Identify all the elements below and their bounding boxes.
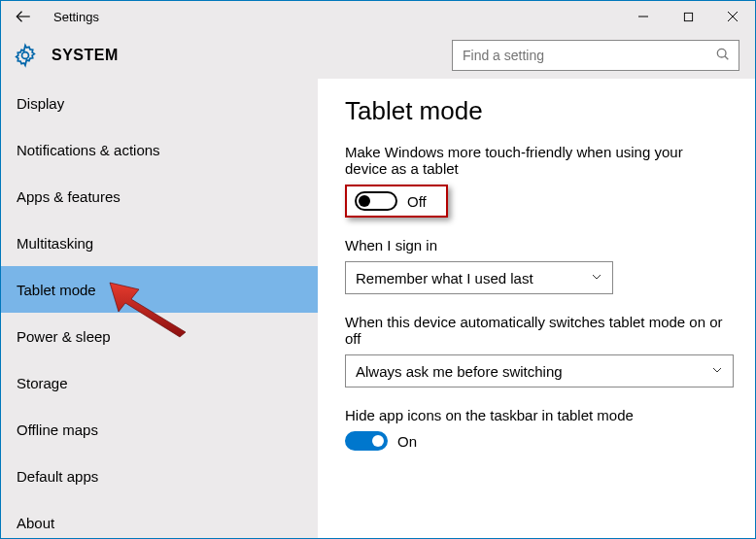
sidebar-item-label: Default apps [17,468,98,485]
svg-point-5 [22,52,29,59]
sidebar-item-about[interactable]: About [1,499,318,539]
chevron-down-icon [591,270,602,286]
back-button[interactable] [9,2,38,31]
close-button[interactable] [710,1,755,32]
touch-friendly-toggle[interactable] [355,191,397,211]
search-input[interactable] [461,47,715,64]
sidebar-item-defaultapps[interactable]: Default apps [1,453,318,499]
window-controls [621,1,755,32]
sidebar-item-power[interactable]: Power & sleep [1,313,318,359]
svg-line-7 [725,56,728,59]
hideicons-toggle-row: On [345,431,728,451]
touch-friendly-description: Make Windows more touch-friendly when us… [345,144,728,177]
signin-label: When I sign in [345,237,728,253]
switch-label: When this device automatically switches … [345,314,728,347]
chevron-down-icon [711,363,723,379]
body: Display Notifications & actions Apps & f… [1,79,755,538]
sidebar-item-label: About [17,515,54,531]
settings-window: Settings SYSTEM [0,0,756,539]
sidebar-item-label: Storage [17,375,68,391]
sidebar-item-label: Tablet mode [17,282,96,298]
sidebar: Display Notifications & actions Apps & f… [1,79,318,538]
sidebar-item-label: Notifications & actions [17,142,160,158]
hideicons-toggle-state: On [397,433,417,450]
sidebar-item-notifications[interactable]: Notifications & actions [1,126,318,173]
minimize-button[interactable] [621,1,666,32]
category-title: SYSTEM [52,47,119,64]
touch-toggle-highlight: Off [345,185,448,218]
sidebar-item-offlinemaps[interactable]: Offline maps [1,406,318,453]
signin-dropdown[interactable]: Remember what I used last [345,261,613,294]
hideicons-label: Hide app icons on the taskbar in tablet … [345,407,728,423]
sidebar-item-display[interactable]: Display [1,80,318,126]
switch-dropdown[interactable]: Always ask me before switching [345,354,734,387]
sidebar-item-label: Power & sleep [17,328,111,345]
svg-rect-2 [684,13,692,20]
sidebar-item-label: Multitasking [17,235,93,252]
arrow-left-icon [15,8,32,25]
page-title: Tablet mode [345,96,728,126]
titlebar: Settings [1,1,755,32]
sidebar-item-label: Display [17,95,64,112]
sidebar-item-label: Offline maps [17,421,98,438]
header: SYSTEM [1,32,755,79]
hideicons-toggle[interactable] [345,431,388,451]
touch-friendly-toggle-state: Off [407,193,427,210]
window-title: Settings [53,10,99,24]
sidebar-item-tabletmode[interactable]: Tablet mode [1,266,318,313]
gear-icon [13,43,38,68]
sidebar-item-label: Apps & features [17,188,120,205]
search-icon [715,47,731,65]
sidebar-item-apps[interactable]: Apps & features [1,173,318,219]
switch-dropdown-value: Always ask me before switching [356,363,711,380]
sidebar-item-multitasking[interactable]: Multitasking [1,219,318,266]
maximize-button[interactable] [666,1,710,32]
search-box[interactable] [452,40,739,71]
sidebar-item-storage[interactable]: Storage [1,359,318,406]
content-panel: Tablet mode Make Windows more touch-frie… [318,79,755,538]
svg-point-6 [717,49,726,57]
signin-dropdown-value: Remember what I used last [356,270,591,286]
